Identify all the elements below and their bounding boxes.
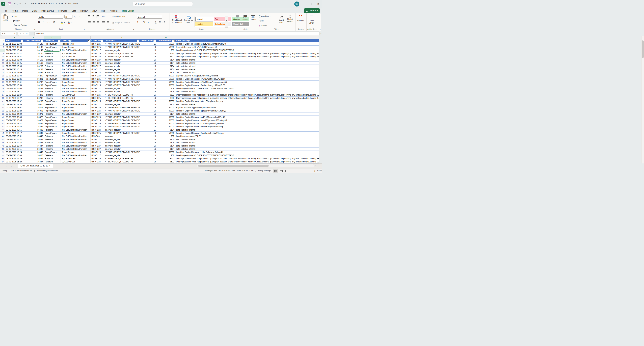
row-number[interactable]: 45 [0,132,5,135]
cell[interactable]: 208 [157,154,175,157]
cell[interactable]: Expired Session: zljqxa554qquwi45d52iaz4… [175,106,319,109]
cell[interactable]: innovator_regular [104,144,140,148]
filter-dropdown-icon[interactable]: ▼ [41,39,43,42]
cell[interactable]: 50000 [157,74,175,77]
cell[interactable]: 50000 [157,119,175,122]
cell[interactable]: .Net SqlClient Data Provider [61,58,90,61]
restore-button[interactable] [306,0,314,8]
cell[interactable]: ITSVR227 [90,154,104,157]
cell[interactable]: ITSVR225 [90,42,104,46]
view-page-layout-button[interactable] [280,170,282,172]
row-number[interactable]: 53 [0,157,5,160]
row-number[interactable]: 2 [0,42,5,46]
cell[interactable]: 16 [140,42,157,46]
cell[interactable]: Invalid object name 'CLOSEPROJECTWITHOPE… [175,154,319,157]
cell[interactable]: auto statistics internal [175,68,319,71]
conditional-formatting-button[interactable]: ConditionalFormatting ▾ [171,15,183,24]
cell[interactable]: SQLServerCEIP [61,97,90,100]
cell[interactable]: auto statistics internal [175,148,319,151]
cell[interactable]: 8622 [157,55,175,58]
format-cells-button[interactable]: Format▾ [250,15,256,23]
cell[interactable]: 50000 [157,42,175,46]
currency-icon[interactable]: $▾ [137,21,140,23]
row-number[interactable]: 22 [0,77,5,81]
percent-icon[interactable]: % [143,21,145,23]
cell[interactable]: ITSVR225 [90,81,104,84]
search-input[interactable]: Search [132,1,193,6]
row-number[interactable]: 50 [0,148,5,151]
cell[interactable]: 36290 [24,74,44,77]
cell[interactable]: .Net SqlClient Data Provider [61,61,90,65]
cell[interactable]: 03-02-2026 08:56 [5,125,24,128]
cell[interactable]: 36445 [24,141,44,144]
cell[interactable]: 8622 [157,157,175,160]
cell[interactable]: 50000 [157,81,175,84]
cell[interactable]: 50000 [157,109,175,112]
number-format-select[interactable]: General▾ [137,15,162,18]
cell[interactable]: ITSVR225 [90,160,104,163]
cell[interactable]: Fakeram [44,68,61,71]
row-number[interactable]: 21 [0,74,5,77]
cell[interactable]: ReportServer [44,151,61,154]
cell[interactable]: 03-02-2026 06:40 [5,116,24,119]
zoom-in-button[interactable]: + [314,170,315,172]
cell[interactable]: Report Server [61,109,90,112]
cell[interactable]: Report Server [61,84,90,87]
name-box[interactable]: C8▾ [1,31,16,36]
filter-dropdown-icon[interactable]: ▼ [21,39,23,42]
cell[interactable]: 03-02-2026 11:36 [5,141,24,144]
cell[interactable]: ReportServer [44,74,61,77]
row-number[interactable]: 29 [0,100,5,103]
cell[interactable]: 9104 [157,141,175,144]
font-dialog-launcher[interactable]: ↘ [83,28,85,30]
cell[interactable]: 36148 [24,46,44,49]
cell[interactable]: Report Server [61,100,90,103]
cell[interactable]: ReportServer [44,77,61,81]
cell[interactable]: 02-02-2026 16:00 [5,87,24,90]
cell[interactable]: 50000 [157,122,175,125]
cell[interactable]: 16 [140,71,157,74]
cell[interactable]: 36291 [24,77,44,81]
row-number[interactable]: 42 [0,122,5,125]
row-number[interactable]: 10 [0,55,5,58]
cell[interactable]: 50000 [157,100,175,103]
cell[interactable]: ITSVR224 [90,61,104,65]
cell[interactable]: SQLServerCEIP [61,157,90,160]
cell[interactable]: 36372 [24,116,44,119]
row-number[interactable]: 9 [0,52,5,55]
cell[interactable]: NT AUTHORITY\NETWORK SERVICE [104,106,140,109]
cell[interactable]: Report Server [61,74,90,77]
cell[interactable]: Invalid or Expired Session: f0cyi4qpiiki… [175,132,319,135]
cell[interactable]: ITSVR225 [90,106,104,109]
cell[interactable]: 36371 [24,112,44,116]
row-number[interactable]: 23 [0,81,5,84]
cell[interactable]: 16 [140,157,157,160]
cell[interactable]: auto statistics internal [175,112,319,116]
zoom-slider-thumb[interactable] [303,170,304,172]
next-sheet-icon[interactable]: › [11,165,12,167]
cell[interactable]: 9104 [157,68,175,71]
cell[interactable]: Fakeram [44,103,61,106]
column-header-A[interactable]: A [5,36,24,39]
cell[interactable]: Fakeram [44,154,61,157]
cell[interactable]: 36151 [24,55,44,58]
clear-button[interactable]: ◈ Clear ▾ [259,24,267,27]
cell[interactable]: innovator_regular [104,71,140,74]
cell[interactable]: 16 [140,106,157,109]
cell[interactable]: 9104 [157,58,175,61]
cell[interactable]: innovator_regular [104,112,140,116]
cell[interactable]: .Net SqlClient Data Provider [61,65,90,68]
cell[interactable]: 16 [140,132,157,135]
cell[interactable]: 16 [140,112,157,116]
row-number[interactable]: 27 [0,93,5,97]
cell[interactable]: 31-01-2026 16:00 [5,49,24,52]
cell[interactable]: 8622 [157,97,175,100]
cell[interactable]: SQLServerCEIP [61,52,90,55]
format-as-table-button[interactable]: Format asTable ▾ [184,15,194,24]
cell[interactable]: innovator_regular [104,148,140,151]
cell[interactable]: Invalid or Expired Session: ga43nb55uwnd… [175,116,319,119]
cell[interactable]: 03-02-2026 13:24 [5,151,24,154]
cell[interactable]: ITSVR224 [90,71,104,74]
cell[interactable]: Query processor could not produce a quer… [175,55,319,58]
cell[interactable]: NT AUTHORITY\NETWORK SERVICE [104,77,140,81]
